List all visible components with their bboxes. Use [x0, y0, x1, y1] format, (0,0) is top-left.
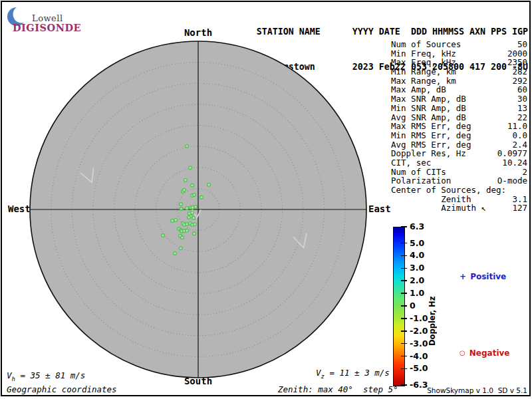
source-dot	[180, 236, 184, 239]
source-dot	[189, 166, 192, 170]
parameter-value: 11.0	[507, 122, 527, 131]
parameter-value: 0.0	[512, 131, 527, 140]
parameter-row: Max Range, km292	[391, 76, 527, 86]
colorbar-tick	[401, 331, 407, 332]
parameter-label: Max SNR Amp, dB	[391, 94, 466, 104]
colorbar-tick	[401, 255, 407, 257]
parameter-value: 50	[517, 40, 527, 49]
parameter-label: Azimuth ↖	[391, 203, 486, 213]
colorbar-tick	[401, 305, 407, 307]
source-dot	[171, 219, 174, 223]
colorbar-tick-label: 2.0	[410, 275, 424, 285]
source-dot	[162, 234, 165, 237]
parameter-label: Max Amp, dB	[391, 85, 446, 94]
parameter-row: Doppler Res, Hz0.0977	[391, 149, 527, 158]
parameter-label: Doppler Res, Hz	[391, 149, 466, 158]
horizontal-velocity-readout: Vh = 35 ± 81 m/s	[7, 370, 85, 382]
parameter-label: Num of CITs	[391, 168, 446, 177]
parameter-value: 2.4	[512, 140, 527, 150]
parameter-row: Zenith3.1	[391, 195, 527, 204]
legend-negative: ○Negative	[443, 339, 510, 367]
colorbar-tick-label: 5.0	[410, 238, 424, 248]
plus-marker-icon: +	[460, 272, 466, 281]
parameter-value: 22	[517, 113, 527, 122]
source-dot	[191, 205, 194, 209]
vertical-velocity-readout: Vz = 11 ± 3 m/s	[316, 368, 390, 380]
parameter-label: Num of Sources	[391, 40, 461, 49]
parameter-row: Num of CITs2	[391, 168, 527, 177]
colorbar-tick	[401, 280, 407, 281]
parameter-row: CIT, sec10.24	[391, 158, 527, 168]
parameter-value: 2000	[507, 49, 527, 59]
source-dot	[174, 252, 177, 255]
doppler-colorbar	[393, 227, 405, 386]
parameter-row: PolarizationO-mode	[391, 176, 527, 186]
source-dot	[200, 196, 203, 199]
source-dot	[207, 183, 211, 186]
colorbar-tick-label: -3.0	[410, 338, 428, 348]
source-dot	[188, 216, 191, 219]
colorbar-tick	[401, 293, 407, 294]
parameter-label: Min SNR Amp, dB	[391, 104, 466, 113]
lowell-digisonde-logo: Lowell DIGISONDE	[7, 4, 93, 32]
parameter-value: 60	[517, 85, 527, 94]
vh-symbol: V	[7, 370, 12, 380]
circle-marker-icon: ○	[460, 349, 466, 356]
zenith-scale-note: Zenith: max 40° step 5°	[278, 384, 398, 394]
colorbar-tick	[401, 384, 407, 386]
colorbar-tick	[401, 243, 407, 244]
colorbar-tick	[401, 343, 407, 344]
legend-negative-label: Negative	[469, 348, 510, 358]
colorbar-tick	[401, 226, 407, 227]
doppler-colorbar-area: 6.35.04.03.02.01.00-1.0-2.0-3.0-4.0-5.0-…	[393, 227, 527, 385]
colorbar-tick-label: 0	[410, 301, 416, 311]
parameter-label: Avg RMS Err, deg	[391, 140, 471, 150]
parameter-row: Min Range, km282	[391, 67, 527, 76]
colorbar-tick-label: 1.0	[410, 288, 424, 298]
source-dot	[186, 223, 189, 226]
source-dot	[194, 223, 197, 226]
parameter-row: Min SNR Amp, dB13	[391, 104, 527, 113]
colorbar-tick-label: -2.0	[410, 326, 428, 336]
source-dot	[186, 229, 189, 232]
colorbar-tick-label: -4.0	[410, 351, 428, 361]
parameter-value: 2	[522, 168, 527, 177]
station-header-labels: STATION NAME YYYY DATE DDD HHMMSS AXN PP…	[257, 26, 528, 38]
parameter-value: 30	[517, 94, 527, 104]
colorbar-tick-label: -5.0	[410, 364, 428, 374]
legend-positive: +Positive	[443, 263, 506, 291]
parameter-label: Min Freq, kHz	[391, 49, 456, 59]
parameter-label: Min Range, km	[391, 67, 456, 76]
colorbar-tick-label: 3.0	[410, 263, 424, 273]
parameter-label: Max Freq, kHz	[391, 58, 456, 67]
parameter-label: Avg SNR Amp, dB	[391, 113, 466, 122]
source-dot	[191, 211, 194, 215]
source-dot	[191, 184, 194, 187]
parameter-row: Max RMS Err, deg11.0	[391, 122, 527, 131]
parameter-label: Zenith	[391, 195, 471, 204]
parameter-label: CIT, sec	[391, 158, 431, 168]
parameter-value: O-mode	[497, 176, 527, 186]
parameter-value: 0.0977	[497, 149, 527, 158]
parameter-row: Max SNR Amp, dB30	[391, 94, 527, 104]
parameter-list: Num of Sources50Min Freq, kHz2000Max Fre…	[391, 40, 527, 213]
parameter-row: Max Freq, kHz2350	[391, 58, 527, 67]
vz-symbol: V	[316, 368, 321, 378]
colorbar-tick-label: -1.0	[410, 313, 428, 323]
parameter-row: Num of Sources50	[391, 40, 527, 49]
coordinate-system-note: Geographic coordinates	[7, 384, 117, 394]
parameter-value: 10.24	[502, 158, 527, 168]
parameter-value: 13	[517, 104, 527, 113]
parameter-row: Min Freq, kHz2000	[391, 49, 527, 59]
colorbar-tick-label: -6.3	[410, 380, 428, 390]
source-dot	[184, 178, 188, 182]
source-dot	[174, 218, 178, 221]
source-dot	[186, 207, 189, 210]
showskymap-window: Lowell DIGISONDE STATION NAME YYYY DATE …	[0, 0, 532, 399]
colorbar-tick	[401, 318, 407, 319]
parameter-label: Max Range, km	[391, 76, 456, 86]
vz-value: = 11 ± 3 m/s	[325, 368, 390, 378]
source-dot	[179, 247, 182, 250]
parameter-value: 3.1	[512, 195, 527, 204]
parameter-label: Center of Sources, deg:	[391, 186, 506, 195]
